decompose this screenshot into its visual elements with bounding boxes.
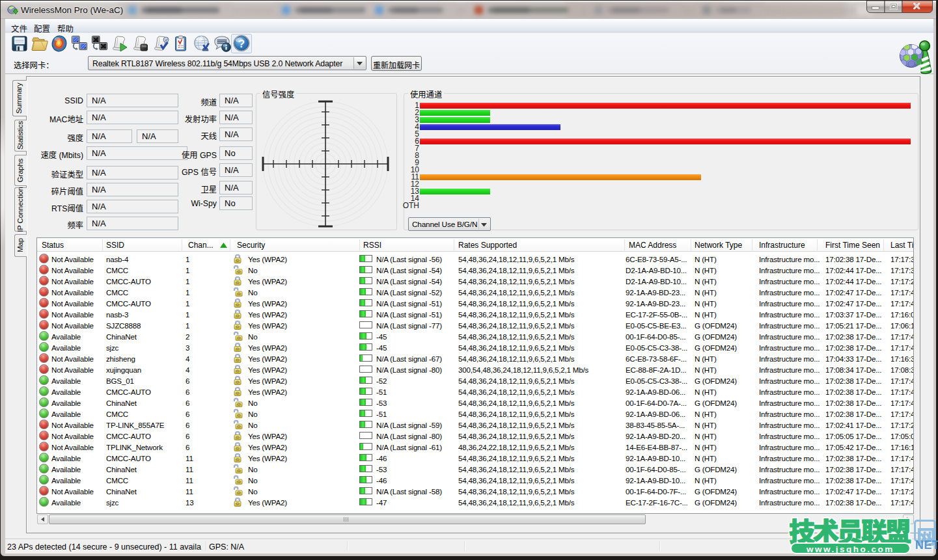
svg-text:?: ? xyxy=(238,38,245,50)
svg-text:Map: Map xyxy=(16,238,24,252)
